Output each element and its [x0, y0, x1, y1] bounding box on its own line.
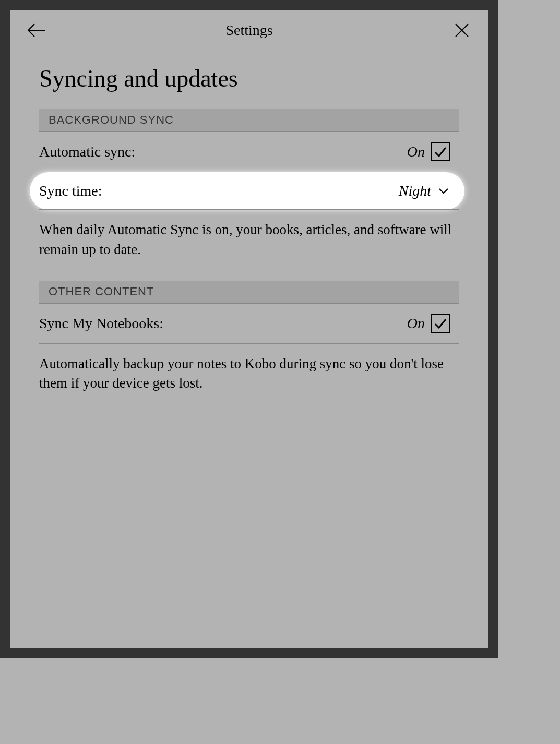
close-icon[interactable]	[451, 20, 472, 41]
other-content-description: Automatically backup your notes to Kobo …	[39, 344, 459, 415]
sync-notebooks-row[interactable]: Sync My Notebooks: On	[39, 304, 459, 344]
automatic-sync-label: Automatic sync:	[39, 143, 135, 160]
automatic-sync-value-group: On	[407, 142, 450, 161]
section-header-background-sync: BACKGROUND SYNC	[39, 109, 459, 132]
screen: Settings Syncing and updates BACKGROUND …	[10, 10, 488, 648]
chevron-down-icon[interactable]	[437, 185, 450, 197]
content-area: Syncing and updates BACKGROUND SYNC Auto…	[10, 65, 488, 414]
sync-notebooks-checkbox[interactable]	[431, 314, 450, 333]
automatic-sync-checkbox[interactable]	[431, 142, 450, 161]
device-frame: Settings Syncing and updates BACKGROUND …	[0, 0, 498, 658]
back-arrow-icon[interactable]	[26, 20, 47, 41]
section-header-other-content: OTHER CONTENT	[39, 281, 459, 304]
background-sync-description: When daily Automatic Sync is on, your bo…	[39, 209, 459, 281]
sync-time-value: Night	[399, 183, 431, 199]
automatic-sync-value: On	[407, 143, 425, 160]
sync-time-label: Sync time:	[39, 183, 102, 199]
sync-notebooks-value: On	[407, 315, 425, 332]
sync-time-value-group: Night	[399, 183, 450, 199]
sync-time-row[interactable]: Sync time: Night	[30, 172, 464, 210]
header-bar: Settings	[10, 10, 488, 50]
page-title: Syncing and updates	[39, 65, 459, 92]
sync-notebooks-label: Sync My Notebooks:	[39, 315, 163, 332]
sync-notebooks-value-group: On	[407, 314, 450, 333]
automatic-sync-row[interactable]: Automatic sync: On	[39, 132, 459, 172]
header-title: Settings	[225, 22, 272, 39]
